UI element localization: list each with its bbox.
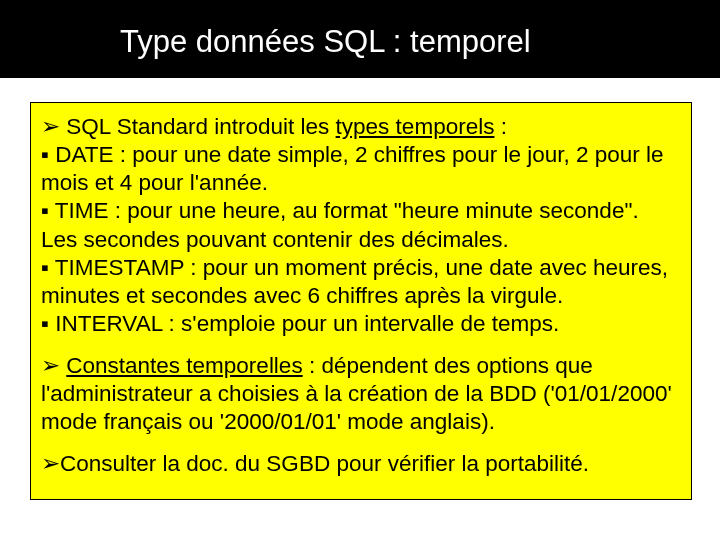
slide: Type données SQL : temporel ➢ SQL Standa… — [0, 0, 720, 540]
square-icon: ▪ — [41, 198, 49, 223]
type-time: TIME : pour une heure, au format "heure … — [41, 198, 639, 251]
paragraph-doc: ➢Consulter la doc. du SGBD pour vérifier… — [41, 450, 681, 478]
type-interval: INTERVAL : s'emploie pour un intervalle … — [55, 311, 559, 336]
intro-tail: : — [494, 114, 507, 139]
square-icon: ▪ — [41, 311, 49, 336]
type-timestamp: TIMESTAMP : pour un moment précis, une d… — [41, 255, 668, 308]
square-icon: ▪ — [41, 142, 49, 167]
type-date: DATE : pour une date simple, 2 chiffres … — [41, 142, 664, 195]
arrow-icon: ➢ — [41, 114, 60, 139]
intro-term: types temporels — [336, 114, 495, 139]
slide-title: Type données SQL : temporel — [120, 24, 531, 60]
constants-term: Constantes temporelles — [66, 353, 302, 378]
arrow-icon: ➢ — [41, 353, 60, 378]
intro-lead: SQL Standard introduit les — [66, 114, 335, 139]
title-bar: Type données SQL : temporel — [0, 0, 720, 78]
square-icon: ▪ — [41, 255, 49, 280]
doc-text: Consulter la doc. du SGBD pour vérifier … — [60, 451, 589, 476]
arrow-icon: ➢ — [41, 451, 60, 476]
paragraph-constants: ➢ Constantes temporelles : dépendent des… — [41, 352, 681, 436]
paragraph-types: ➢ SQL Standard introduit les types tempo… — [41, 113, 681, 338]
content-box: ➢ SQL Standard introduit les types tempo… — [30, 102, 692, 500]
